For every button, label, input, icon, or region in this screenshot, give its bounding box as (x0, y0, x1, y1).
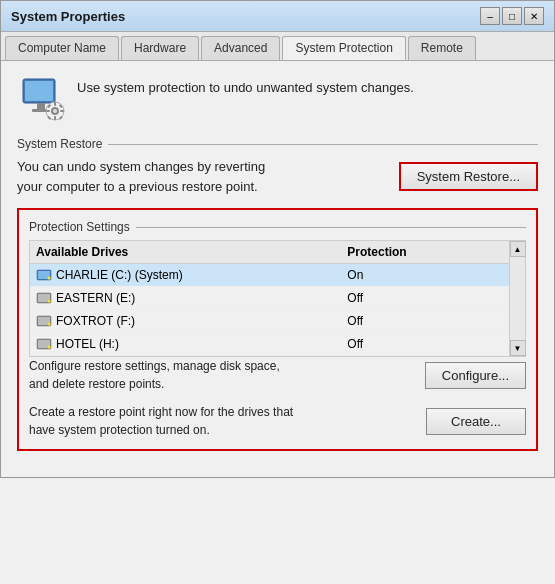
system-restore-title: System Restore (17, 137, 538, 151)
drive-name-2: FOXTROT (F:) (36, 313, 347, 329)
drive-protection-2: Off (347, 314, 503, 328)
system-properties-window: System Properties – □ ✕ Computer Name Ha… (0, 0, 555, 478)
drive-name-3: HOTEL (H:) (36, 336, 347, 352)
minimize-button[interactable]: – (480, 7, 500, 25)
scroll-down-arrow[interactable]: ▼ (510, 340, 526, 356)
protection-settings-title: Protection Settings (29, 220, 526, 234)
svg-rect-8 (54, 116, 56, 120)
maximize-button[interactable]: □ (502, 7, 522, 25)
info-description: Use system protection to undo unwanted s… (77, 75, 414, 97)
create-description: Create a restore point right now for the… (29, 403, 414, 439)
system-restore-button[interactable]: System Restore... (399, 162, 538, 191)
svg-point-23 (48, 323, 51, 326)
tab-computer-name[interactable]: Computer Name (5, 36, 119, 60)
drive-protection-3: Off (347, 337, 503, 351)
drive-name-0: CHARLIE (C:) (System) (36, 267, 347, 283)
svg-point-6 (53, 109, 57, 113)
svg-rect-1 (25, 81, 53, 101)
drive-row[interactable]: CHARLIE (C:) (System) On (30, 264, 509, 287)
tab-advanced[interactable]: Advanced (201, 36, 280, 60)
configure-button[interactable]: Configure... (425, 362, 526, 389)
info-row: Use system protection to undo unwanted s… (17, 75, 538, 123)
tab-system-protection[interactable]: System Protection (282, 36, 405, 60)
scroll-track (510, 257, 525, 340)
svg-rect-7 (54, 102, 56, 106)
scrollbar[interactable]: ▲ ▼ (510, 240, 526, 357)
tabs-container: Computer Name Hardware Advanced System P… (1, 32, 554, 61)
create-button[interactable]: Create... (426, 408, 526, 435)
drive-protection-0: On (347, 268, 503, 282)
column-header-protection: Protection (347, 245, 503, 259)
svg-rect-9 (46, 110, 50, 112)
protection-settings-box: Protection Settings Available Drives Pro… (17, 208, 538, 451)
scroll-up-arrow[interactable]: ▲ (510, 241, 526, 257)
configure-description: Configure restore settings, manage disk … (29, 357, 413, 393)
computer-icon (17, 75, 65, 123)
drive-row[interactable]: HOTEL (H:) Off (30, 333, 509, 356)
svg-point-20 (48, 300, 51, 303)
close-button[interactable]: ✕ (524, 7, 544, 25)
drive-name-1: EASTERN (E:) (36, 290, 347, 306)
create-row: Create a restore point right now for the… (29, 403, 526, 439)
drives-table: Available Drives Protection CHARLIE (C:)… (29, 240, 510, 357)
svg-point-17 (48, 277, 51, 280)
drive-row[interactable]: FOXTROT (F:) Off (30, 310, 509, 333)
drive-protection-1: Off (347, 291, 503, 305)
drives-table-container: Available Drives Protection CHARLIE (C:)… (29, 240, 526, 357)
tab-remote[interactable]: Remote (408, 36, 476, 60)
tab-hardware[interactable]: Hardware (121, 36, 199, 60)
system-restore-section: System Restore You can undo system chang… (17, 137, 538, 196)
svg-rect-10 (60, 110, 64, 112)
system-restore-row: You can undo system changes by reverting… (17, 157, 538, 196)
window-title: System Properties (11, 9, 125, 24)
drives-table-header: Available Drives Protection (30, 241, 509, 264)
title-bar: System Properties – □ ✕ (1, 1, 554, 32)
tab-content: Use system protection to undo unwanted s… (1, 61, 554, 477)
drive-row[interactable]: EASTERN (E:) Off (30, 287, 509, 310)
configure-row: Configure restore settings, manage disk … (29, 357, 526, 393)
title-bar-controls: – □ ✕ (480, 7, 544, 25)
column-header-drive: Available Drives (36, 245, 347, 259)
svg-rect-2 (37, 103, 45, 109)
svg-point-26 (48, 346, 51, 349)
system-restore-description: You can undo system changes by reverting… (17, 157, 387, 196)
